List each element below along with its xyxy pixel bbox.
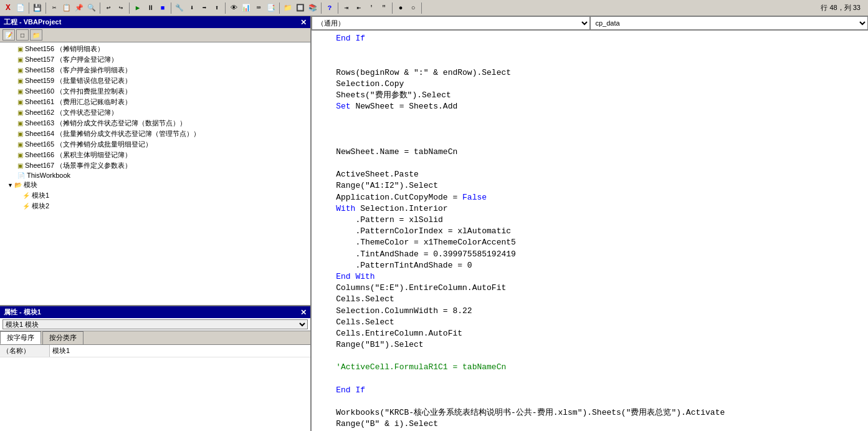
tree-item-sheet165[interactable]: ▣ Sheet165 （文件摊销分成批量明细登记）	[0, 139, 310, 150]
properties-combo-area: 模块1 模块	[0, 318, 310, 331]
sheet-icon: ▣	[17, 88, 23, 95]
procedure-select-right[interactable]: cp_data	[590, 16, 869, 30]
sheet-icon: ▣	[17, 99, 23, 105]
uncomment-icon[interactable]: "	[378, 2, 389, 14]
properties-panel: 属性 - 模块1 ✕ 模块1 模块 按字母序 按分类序 （名称） 模块1	[0, 306, 310, 431]
object-browser-icon[interactable]: 📚	[307, 2, 318, 14]
code-editor[interactable]: End If Rows(beginRow & ":" & endRow).Sel…	[312, 31, 868, 431]
code-header: （通用） cp_data	[312, 16, 868, 31]
code-panel: （通用） cp_data End If Rows(beginRow & ":" …	[312, 16, 868, 431]
sep6	[225, 2, 226, 14]
immediate-icon[interactable]: ⌨	[253, 2, 264, 14]
sep7	[279, 2, 280, 14]
tree-item-sheet160[interactable]: ▣ Sheet160 （文件扣费批里控制表）	[0, 86, 310, 97]
module-icon: ⚡	[22, 192, 30, 199]
sep9	[338, 2, 338, 14]
project-panel-toolbar: 📝 □ 📁	[0, 28, 310, 42]
sep8	[321, 2, 322, 14]
stop-icon[interactable]: ■	[157, 2, 168, 14]
help-icon[interactable]: ?	[324, 2, 335, 14]
tree-item-sheet166[interactable]: ▣ Sheet166 （累积主体明细登记簿）	[0, 150, 310, 160]
prop-value-field[interactable]: 模块1	[50, 345, 310, 357]
view-object-button[interactable]: □	[16, 29, 29, 41]
pause-icon[interactable]: ⏸	[145, 2, 156, 14]
tree-item-module2[interactable]: ⚡ 模块2	[0, 201, 310, 211]
tree-item-sheet164[interactable]: ▣ Sheet164 （批量摊销分成文件状态登记簿（管理节点））	[0, 128, 310, 139]
tree-item-sheet157[interactable]: ▣ Sheet157 （客户押金登记簿）	[0, 54, 310, 65]
step-over-icon[interactable]: ➡	[199, 2, 210, 14]
run-icon[interactable]: ▶	[132, 2, 143, 14]
row-col-indicator: 行 48，列 33	[821, 4, 861, 11]
project-icon[interactable]: 📁	[282, 2, 293, 14]
props-icon[interactable]: 🔲	[295, 2, 306, 14]
module-icon: ⚡	[22, 203, 30, 210]
tree-item-sheet163[interactable]: ▣ Sheet163 （摊销分成文件状态登记簿（数据节点））	[0, 118, 310, 128]
locals-icon[interactable]: 📊	[241, 2, 252, 14]
tree-item-sheet167[interactable]: ▣ Sheet167 （场景事件定义参数表）	[0, 160, 310, 171]
procedure-select-left[interactable]: （通用）	[312, 16, 590, 30]
comment-icon[interactable]: '	[366, 2, 377, 14]
properties-titlebar: 属性 - 模块1 ✕	[0, 306, 310, 318]
properties-title: 属性 - 模块1	[4, 308, 41, 317]
call-stack-icon[interactable]: 📑	[265, 2, 277, 14]
main-toolbar: X 📄 💾 ✂ 📋 📌 🔍 ↩ ↪ ▶ ⏸ ■ 🔧 ⬇ ➡ ⬆ 👁 📊 ⌨ 📑 …	[0, 0, 868, 16]
sep1	[29, 2, 29, 14]
tree-item-thisworkbook[interactable]: 📄 ThisWorkbook	[0, 171, 310, 180]
tab-alphabetic[interactable]: 按字母序	[0, 331, 41, 344]
watch-icon[interactable]: 👁	[228, 2, 239, 14]
properties-close-button[interactable]: ✕	[300, 308, 307, 317]
vbe-icon: X	[2, 2, 14, 14]
props-row-name: （名称） 模块1	[0, 345, 310, 357]
tree-item-sheet162[interactable]: ▣ Sheet162 （文件状态登记簿）	[0, 107, 310, 118]
toggle-bp-icon[interactable]: ●	[395, 2, 406, 14]
undo-icon[interactable]: ↩	[103, 2, 114, 14]
sep10	[392, 2, 393, 14]
cut-icon[interactable]: ✂	[49, 2, 60, 14]
tree-item-sheet161[interactable]: ▣ Sheet161 （费用汇总记账临时表）	[0, 97, 310, 107]
file-icon[interactable]: 📄	[15, 2, 26, 14]
save-icon[interactable]: 💾	[32, 2, 43, 14]
sheet-icon: ▣	[17, 67, 23, 74]
tree-item-modules-folder[interactable]: ▼ 📂 模块	[0, 180, 310, 190]
find-icon[interactable]: 🔍	[86, 2, 97, 14]
tree-item-sheet156[interactable]: ▣ Sheet156 （摊销明细表）	[0, 44, 310, 54]
sheet-icon: ▣	[17, 77, 23, 84]
sheet-icon: ▣	[17, 56, 23, 63]
properties-object-select[interactable]: 模块1 模块	[2, 319, 308, 329]
modules-folder-icon: 📂	[14, 182, 22, 188]
sep2	[45, 2, 46, 14]
sep11	[421, 2, 422, 14]
view-code-button[interactable]: 📝	[2, 29, 15, 41]
tree-item-module1[interactable]: ⚡ 模块1	[0, 190, 310, 201]
clear-bp-icon[interactable]: ○	[408, 2, 419, 14]
debug-icon[interactable]: 🔧	[174, 2, 185, 14]
workbook-icon: 📄	[17, 172, 25, 179]
tab-categorized[interactable]: 按分类序	[42, 331, 83, 344]
project-panel: 工程 - VBAProject ✕ 📝 □ 📁 ▣ Sheet156 （摊销明细…	[0, 16, 310, 306]
step-into-icon[interactable]: ⬇	[186, 2, 198, 14]
project-titlebar: 工程 - VBAProject ✕	[0, 16, 310, 28]
status-bar: 行 48，列 33	[821, 3, 866, 12]
sheet-icon: ▣	[17, 109, 23, 116]
sheet-icon: ▣	[17, 130, 23, 137]
properties-content: （名称） 模块1	[0, 345, 310, 431]
sep3	[100, 2, 100, 14]
tree-item-sheet158[interactable]: ▣ Sheet158 （客户押金操作明细表）	[0, 65, 310, 75]
project-close-button[interactable]: ✕	[300, 18, 307, 27]
left-panel: 工程 - VBAProject ✕ 📝 □ 📁 ▣ Sheet156 （摊销明细…	[0, 16, 312, 431]
indent-icon[interactable]: ⇥	[341, 2, 352, 14]
sheet-icon: ▣	[17, 46, 23, 52]
outdent-icon[interactable]: ⇤	[353, 2, 365, 14]
sep5	[171, 2, 171, 14]
paste-icon[interactable]: 📌	[74, 2, 85, 14]
sheet-icon: ▣	[17, 152, 23, 158]
redo-icon[interactable]: ↪	[115, 2, 126, 14]
sep4	[129, 2, 130, 14]
copy-icon[interactable]: 📋	[61, 2, 72, 14]
project-tree[interactable]: ▣ Sheet156 （摊销明细表） ▣ Sheet157 （客户押金登记簿） …	[0, 42, 310, 305]
sheet-icon: ▣	[17, 162, 23, 169]
tree-item-sheet159[interactable]: ▣ Sheet159 （批量错误信息登记表）	[0, 75, 310, 86]
toggle-folders-button[interactable]: 📁	[30, 29, 42, 41]
properties-tabs: 按字母序 按分类序	[0, 331, 310, 345]
step-out-icon[interactable]: ⬆	[211, 2, 222, 14]
